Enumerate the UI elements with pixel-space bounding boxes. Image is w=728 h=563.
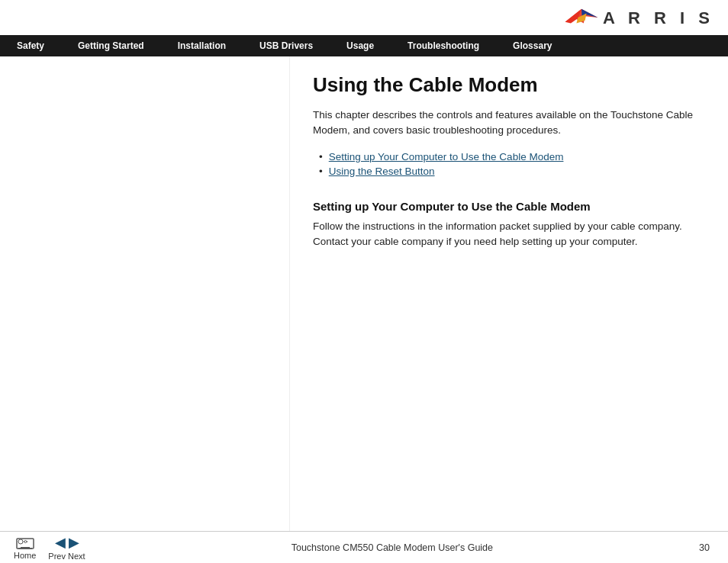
nav-item-usage[interactable]: Usage (330, 35, 391, 56)
arris-logo-text: A R R I S (603, 8, 714, 28)
nav-item-safety[interactable]: Safety (0, 35, 61, 56)
footer-arrows: ◀ ▶ (55, 534, 79, 551)
sidebar (0, 56, 290, 531)
footer-prev-next: ◀ ▶ Prev Next (48, 534, 85, 561)
home-label: Home (14, 551, 36, 560)
nav-item-installation[interactable]: Installation (161, 35, 243, 56)
nav-item-usb-drivers[interactable]: USB Drivers (243, 35, 330, 56)
section-setup-body: Follow the instructions in the informati… (313, 219, 697, 251)
home-icon (14, 535, 36, 550)
nav-item-troubleshooting[interactable]: Troubleshooting (391, 35, 496, 56)
home-button[interactable]: Home (14, 535, 36, 560)
section-setup-title: Setting up Your Computer to Use the Cabl… (313, 200, 697, 213)
content-area: Using the Cable Modem This chapter descr… (290, 56, 728, 531)
toc-item-setup: Setting up Your Computer to Use the Cabl… (319, 151, 697, 162)
header: A R R I S (0, 0, 728, 35)
nav-item-getting-started[interactable]: Getting Started (61, 35, 161, 56)
section-setup: Setting up Your Computer to Use the Cabl… (313, 200, 697, 251)
main-content: Using the Cable Modem This chapter descr… (0, 56, 728, 531)
footer-center-text: Touchstone CM550 Cable Modem User's Guid… (85, 542, 699, 553)
prev-button[interactable]: ◀ (55, 534, 66, 551)
page-title: Using the Cable Modem (313, 73, 697, 97)
intro-paragraph: This chapter describes the controls and … (313, 108, 697, 139)
footer: Home ◀ ▶ Prev Next Touchstone CM550 Cabl… (0, 531, 728, 563)
toc-link-setup[interactable]: Setting up Your Computer to Use the Cabl… (329, 151, 564, 162)
toc-list: Setting up Your Computer to Use the Cabl… (313, 151, 697, 177)
footer-nav: Home ◀ ▶ Prev Next (14, 534, 85, 561)
svg-point-7 (18, 539, 23, 544)
arris-logo: A R R I S (563, 8, 714, 29)
toc-item-reset: Using the Reset Button (319, 166, 697, 177)
nav-item-glossary[interactable]: Glossary (496, 35, 569, 56)
next-button[interactable]: ▶ (69, 534, 79, 551)
navbar: Safety Getting Started Installation USB … (0, 35, 728, 56)
prev-next-label: Prev Next (48, 552, 85, 561)
toc-link-reset[interactable]: Using the Reset Button (329, 166, 435, 177)
footer-page-number: 30 (699, 542, 710, 553)
arris-bird-icon (563, 8, 600, 29)
